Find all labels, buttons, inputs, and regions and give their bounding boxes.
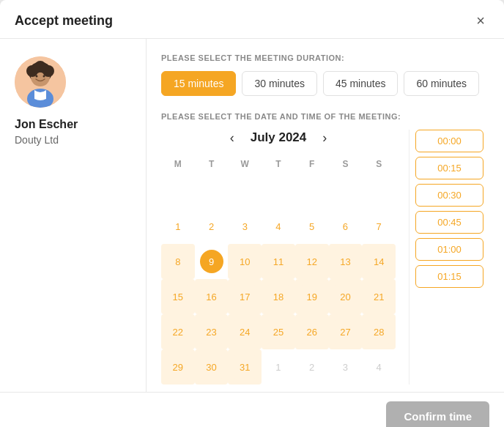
- cal-day-4[interactable]: 4: [262, 209, 295, 244]
- cal-day-27[interactable]: 27: [329, 314, 363, 349]
- left-panel: Jon Escher Douty Ltd: [0, 39, 147, 392]
- cal-day-next-1: 1: [262, 349, 295, 385]
- modal-body: Jon Escher Douty Ltd PLEASE SELECT THE M…: [0, 39, 504, 392]
- cal-day-empty: [295, 174, 329, 209]
- cal-day-6[interactable]: 6: [329, 209, 363, 244]
- cal-day-3[interactable]: 3: [228, 209, 262, 244]
- cal-day-2[interactable]: 2: [195, 209, 229, 244]
- cal-day-14[interactable]: 14: [362, 244, 396, 279]
- duration-label: PLEASE SELECT THE MEETING DURATION:: [161, 53, 489, 62]
- duration-options: 15 minutes 30 minutes 45 minutes 60 minu…: [161, 71, 489, 96]
- weekday-sat: S: [329, 155, 363, 174]
- duration-60[interactable]: 60 minutes: [404, 71, 478, 96]
- calendar: ‹ July 2024 › M T W T F S S: [161, 130, 403, 385]
- avatar: [15, 56, 66, 108]
- cal-day-28[interactable]: 28: [362, 314, 396, 349]
- month-title: July 2024: [251, 130, 307, 145]
- accept-meeting-modal: Accept meeting ×: [0, 0, 504, 427]
- cal-day-next-3: 3: [329, 349, 363, 385]
- date-time-section: ‹ July 2024 › M T W T F S S: [161, 130, 489, 385]
- cal-day-empty: [362, 174, 396, 209]
- cal-day-empty: [161, 174, 195, 209]
- person-name: Jon Escher: [15, 118, 131, 131]
- right-panel: PLEASE SELECT THE MEETING DURATION: 15 m…: [147, 39, 504, 392]
- cal-week-2: 1 2 3 4 5 6 7: [161, 209, 396, 244]
- cal-week-6: 29 30 31 1 2 3 4: [161, 349, 396, 385]
- cal-day-1[interactable]: 1: [161, 209, 195, 244]
- time-list[interactable]: 00:00 00:15 00:30 00:45 01:00 01:15: [410, 130, 489, 349]
- modal-footer: Confirm time: [0, 392, 504, 427]
- cal-day-7[interactable]: 7: [362, 209, 396, 244]
- duration-30[interactable]: 30 minutes: [242, 71, 316, 96]
- weekday-tue: T: [195, 155, 229, 174]
- cal-day-5[interactable]: 5: [295, 209, 329, 244]
- cal-day-31[interactable]: 31: [228, 349, 262, 385]
- cal-day-25[interactable]: 25: [262, 314, 295, 349]
- cal-day-next-4: 4: [362, 349, 396, 385]
- cal-day-16[interactable]: 16: [195, 279, 229, 314]
- weekday-thu: T: [262, 155, 295, 174]
- cal-day-21[interactable]: 21: [362, 279, 396, 314]
- weekday-fri: F: [295, 155, 329, 174]
- cal-day-empty: [195, 174, 229, 209]
- cal-day-8[interactable]: 8: [161, 244, 195, 279]
- confirm-time-button[interactable]: Confirm time: [386, 401, 489, 427]
- cal-day-29[interactable]: 29: [161, 349, 195, 385]
- duration-45[interactable]: 45 minutes: [323, 71, 398, 96]
- cal-day-24[interactable]: 24: [228, 314, 262, 349]
- duration-15[interactable]: 15 minutes: [161, 71, 236, 96]
- person-company: Douty Ltd: [15, 134, 131, 146]
- time-0045[interactable]: 00:45: [415, 211, 483, 234]
- time-0030[interactable]: 00:30: [415, 184, 483, 207]
- cal-day-empty: [329, 174, 363, 209]
- time-0115[interactable]: 01:15: [415, 265, 483, 288]
- calendar-grid: M T W T F S S: [161, 155, 396, 385]
- cal-week-4: 15 16 17 18 19 20 21: [161, 279, 396, 314]
- weekday-wed: W: [228, 155, 262, 174]
- weekday-sun: S: [362, 155, 396, 174]
- cal-day-17[interactable]: 17: [228, 279, 262, 314]
- cal-day-22[interactable]: 22: [161, 314, 195, 349]
- cal-day-15[interactable]: 15: [161, 279, 195, 314]
- cal-day-23[interactable]: 23: [195, 314, 229, 349]
- cal-day-20[interactable]: 20: [329, 279, 363, 314]
- cal-day-12[interactable]: 12: [295, 244, 329, 279]
- cal-day-10[interactable]: 10: [228, 244, 262, 279]
- datetime-label: PLEASE SELECT THE DATE AND TIME OF THE M…: [161, 112, 489, 121]
- time-list-wrapper: 00:00 00:15 00:30 00:45 01:00 01:15: [409, 130, 489, 385]
- cal-day-empty: [228, 174, 262, 209]
- cal-day-26[interactable]: 26: [295, 314, 329, 349]
- cal-week-5: 22 23 24 25 26 27 28: [161, 314, 396, 349]
- cal-day-next-2: 2: [295, 349, 329, 385]
- close-button[interactable]: ×: [472, 12, 489, 29]
- prev-month-button[interactable]: ‹: [226, 130, 239, 146]
- modal-title: Accept meeting: [15, 13, 113, 29]
- cal-day-empty: [262, 174, 295, 209]
- cal-day-13[interactable]: 13: [329, 244, 363, 279]
- cal-day-30[interactable]: 30: [195, 349, 229, 385]
- next-month-button[interactable]: ›: [318, 130, 331, 146]
- cal-week-3: 8 9 10 11 12 13 14: [161, 244, 396, 279]
- cal-day-9[interactable]: 9: [195, 244, 229, 279]
- weekday-mon: M: [161, 155, 195, 174]
- modal-header: Accept meeting ×: [0, 0, 504, 39]
- calendar-header: ‹ July 2024 ›: [161, 130, 396, 146]
- time-0000[interactable]: 00:00: [415, 130, 483, 152]
- weekday-row: M T W T F S S: [161, 155, 396, 174]
- svg-point-10: [39, 63, 49, 73]
- cal-day-19[interactable]: 19: [295, 279, 329, 314]
- time-0100[interactable]: 01:00: [415, 238, 483, 261]
- time-0015[interactable]: 00:15: [415, 157, 483, 179]
- cal-day-18[interactable]: 18: [262, 279, 295, 314]
- cal-week-1: [161, 174, 396, 209]
- cal-day-11[interactable]: 11: [262, 244, 295, 279]
